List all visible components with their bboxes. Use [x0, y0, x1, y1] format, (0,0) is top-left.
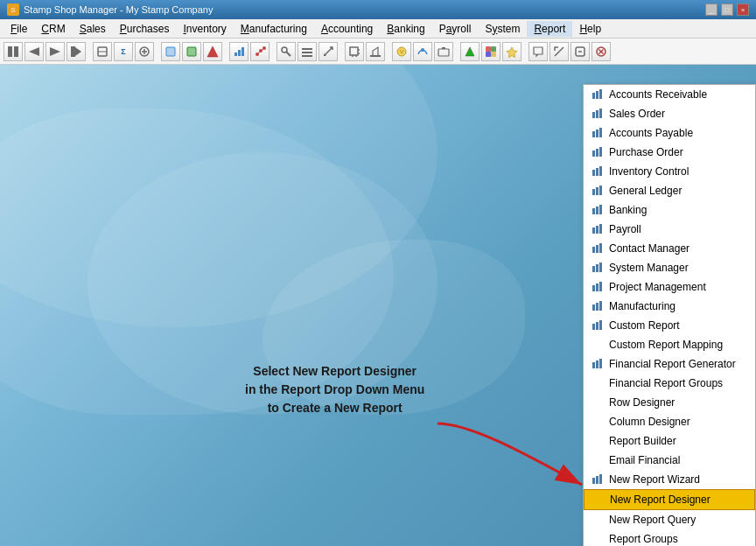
- dropdown-item-custom-report[interactable]: Custom Report: [584, 316, 755, 335]
- chart-icon-ap: [591, 126, 605, 140]
- dropdown-item-row-designer[interactable]: Row Designer: [584, 393, 755, 412]
- svg-rect-64: [592, 208, 595, 214]
- dropdown-item-purchase-order[interactable]: Purchase Order: [584, 143, 755, 162]
- menu-item-purchases[interactable]: Purchases: [113, 21, 177, 37]
- menu-item-system[interactable]: System: [478, 21, 527, 37]
- svg-rect-70: [592, 247, 595, 253]
- spacer-icon-cd: [591, 415, 605, 429]
- app-icon: S: [7, 4, 19, 16]
- dropdown-item-financial-report-groups[interactable]: Financial Report Groups: [584, 374, 755, 393]
- svg-marker-13: [207, 46, 218, 57]
- svg-line-21: [287, 52, 291, 56]
- svg-rect-14: [234, 52, 237, 56]
- toolbar-btn-14[interactable]: [298, 42, 317, 61]
- menu-item-banking[interactable]: Banking: [380, 21, 431, 37]
- dropdown-item-project-management[interactable]: Project Management: [584, 277, 755, 297]
- toolbar-btn-2[interactable]: [24, 42, 44, 61]
- dropdown-item-manufacturing[interactable]: Manufacturing: [584, 297, 755, 316]
- menu-item-help[interactable]: Help: [572, 21, 608, 37]
- toolbar-btn-20[interactable]: [434, 42, 453, 61]
- svg-rect-22: [302, 48, 312, 50]
- dropdown-label: Email Financial: [609, 454, 680, 466]
- svg-rect-0: [8, 46, 12, 57]
- toolbar-btn-11[interactable]: [229, 42, 248, 61]
- toolbar-btn-5[interactable]: [93, 42, 112, 61]
- menu-item-sales[interactable]: Sales: [73, 21, 113, 37]
- toolbar-btn-10[interactable]: [203, 42, 222, 61]
- svg-rect-82: [592, 324, 595, 330]
- spacer-icon-rg: [591, 532, 605, 546]
- toolbar-btn-13[interactable]: [276, 42, 296, 61]
- minimize-button[interactable]: _: [705, 4, 718, 16]
- svg-rect-38: [486, 52, 491, 57]
- chart-icon-cm: [591, 242, 605, 256]
- chart-icon-sm: [591, 261, 605, 275]
- toolbar-btn-8[interactable]: [161, 42, 180, 61]
- svg-rect-33: [438, 49, 449, 56]
- toolbar-btn-25[interactable]: [550, 42, 569, 61]
- spacer-icon-crm: [591, 338, 605, 352]
- toolbar-btn-3[interactable]: [46, 42, 65, 61]
- chart-icon-pm: [591, 280, 605, 294]
- app-title: Stamp Shop Manager - My Stamp Company: [24, 4, 213, 15]
- toolbar-btn-17[interactable]: [366, 42, 385, 61]
- svg-rect-79: [592, 304, 595, 311]
- dropdown-item-column-designer[interactable]: Column Designer: [584, 412, 755, 431]
- toolbar-btn-21[interactable]: [460, 42, 480, 61]
- menu-item-crm[interactable]: CRM: [34, 21, 72, 37]
- dropdown-item-new-report-wizard[interactable]: New Report Wizard: [584, 470, 755, 489]
- svg-rect-30: [370, 55, 381, 57]
- dropdown-item-email-financial[interactable]: Email Financial: [584, 451, 755, 470]
- dropdown-item-new-report-query[interactable]: New Report Query: [584, 510, 755, 529]
- dropdown-item-report-groups[interactable]: Report Groups: [584, 529, 755, 546]
- toolbar-btn-26[interactable]: [570, 42, 590, 61]
- dropdown-item-accounts-payable[interactable]: Accounts Payable: [584, 123, 755, 143]
- close-button[interactable]: ×: [737, 4, 749, 16]
- toolbar-btn-16[interactable]: [345, 42, 364, 61]
- menu-item-report[interactable]: Report: [527, 21, 572, 37]
- dropdown-item-financial-report-generator[interactable]: Financial Report Generator: [584, 354, 755, 374]
- menu-item-manufacturing[interactable]: Manufacturing: [234, 21, 314, 37]
- dropdown-item-sales-order[interactable]: Sales Order: [584, 104, 755, 123]
- toolbar-btn-18[interactable]: [392, 42, 411, 61]
- svg-rect-36: [486, 46, 491, 52]
- dropdown-label: Contact Manager: [609, 242, 690, 255]
- dropdown-item-system-manager[interactable]: System Manager: [584, 258, 755, 277]
- toolbar-btn-12[interactable]: [250, 42, 270, 61]
- dropdown-item-inventory-control[interactable]: Inventory Control: [584, 162, 755, 181]
- chart-icon-cr: [591, 318, 605, 332]
- dropdown-item-payroll[interactable]: Payroll: [584, 220, 755, 239]
- menu-item-inventory[interactable]: Inventory: [176, 21, 233, 37]
- toolbar-btn-6[interactable]: Σ: [114, 42, 133, 61]
- menu-item-payroll[interactable]: Payroll: [432, 21, 479, 37]
- toolbar-btn-24[interactable]: [528, 42, 548, 61]
- dropdown-item-custom-report-mapping[interactable]: Custom Report Mapping: [584, 335, 755, 354]
- chart-icon-ic: [591, 164, 605, 178]
- toolbar-btn-7[interactable]: [135, 42, 154, 61]
- chart-icon-frg: [591, 357, 605, 371]
- maximize-button[interactable]: □: [721, 4, 733, 16]
- toolbar-btn-22[interactable]: [481, 42, 500, 61]
- svg-rect-4: [71, 46, 75, 57]
- toolbar-btn-19[interactable]: [413, 42, 432, 61]
- toolbar-btn-9[interactable]: [182, 42, 201, 61]
- dropdown-item-accounts-receivable[interactable]: Accounts Receivable: [584, 85, 755, 104]
- toolbar-btn-27[interactable]: [592, 42, 611, 61]
- svg-point-32: [421, 48, 424, 52]
- toolbar-btn-4[interactable]: [66, 42, 86, 61]
- svg-rect-88: [592, 478, 595, 484]
- menu-item-file[interactable]: File: [4, 21, 34, 37]
- dropdown-item-general-ledger[interactable]: General Ledger: [584, 181, 755, 200]
- menu-item-accounting[interactable]: Accounting: [314, 21, 380, 37]
- toolbar-btn-1[interactable]: [4, 42, 23, 61]
- svg-rect-65: [596, 206, 598, 214]
- dropdown-item-contact-manager[interactable]: Contact Manager: [584, 239, 755, 258]
- svg-marker-2: [29, 47, 39, 56]
- toolbar-btn-15[interactable]: [318, 42, 338, 61]
- dropdown-item-banking[interactable]: Banking: [584, 200, 755, 220]
- toolbar-btn-23[interactable]: [502, 42, 522, 61]
- dropdown-item-new-report-designer[interactable]: New Report Designer: [584, 489, 755, 510]
- dropdown-item-report-builder[interactable]: Report Builder: [584, 431, 755, 451]
- chart-icon-gl: [591, 184, 605, 198]
- dropdown-label: Custom Report Mapping: [609, 339, 723, 351]
